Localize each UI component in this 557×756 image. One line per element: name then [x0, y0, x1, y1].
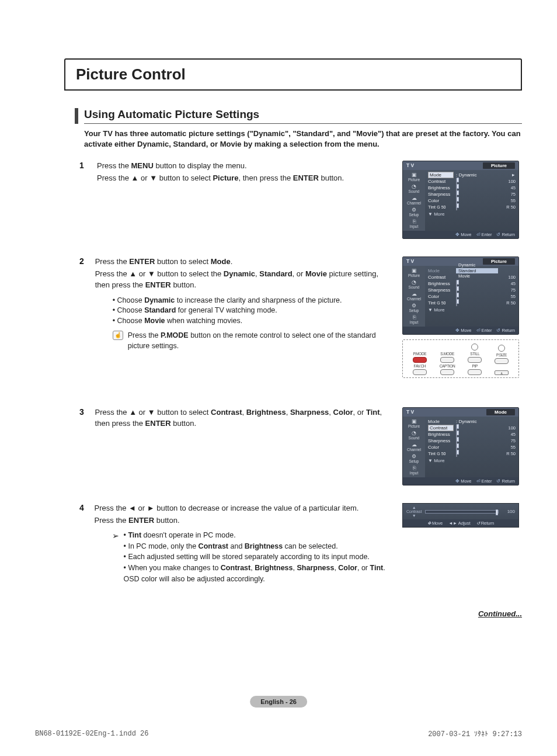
step-4-notes: ➢ • Tint doesn't operate in PC mode. • I…	[112, 530, 391, 585]
step-number: 1	[79, 161, 88, 185]
osd-sidebar: ▣Picture ◔Sound ☁Channel ⚙Setup ⎘Input	[403, 266, 425, 327]
remote-snippet: P.MODEFAV.CH S.MODECAPTION STILLPIP P.SI…	[402, 339, 519, 378]
print-date-label: 2007-03-21 ｿﾀﾈﾄ 9:27:13	[428, 730, 522, 738]
pmode-note: ☝ Press the P.MODE button on the remote …	[113, 331, 391, 351]
section-heading-box: Using Automatic Picture Settings	[75, 108, 522, 124]
page-number-label: English - 26	[250, 696, 307, 708]
contrast-slider-panel: ▲Contrast▼ 100 ✥ Move◄► Adjust↺ Return	[402, 503, 519, 528]
osd-mode-menu: T V Mode ▣Picture ◔Sound ☁Channel ⚙Setup…	[402, 407, 519, 485]
remote-hand-icon: ☝	[113, 331, 123, 340]
picture-icon: ▣	[404, 172, 424, 178]
setup-icon: ⚙	[404, 207, 424, 213]
step-number: 3	[79, 407, 86, 431]
step-1: 1 Press the MENU button to display the m…	[79, 161, 522, 244]
step-number: 4	[79, 503, 85, 584]
input-icon: ⎘	[404, 219, 424, 224]
section-intro: Your TV has three automatic picture sett…	[84, 129, 522, 149]
step-2-bullets: Choose Dynamic to increase the clarity a…	[113, 296, 391, 327]
osd-picture-menu-2: T V Picture ▣Picture ◔Sound ☁Channel ⚙Se…	[402, 256, 519, 335]
step-4: 4 Press the ◄ or ► button to decrease or…	[79, 503, 522, 585]
page-title: Picture Control	[76, 65, 510, 84]
sound-icon: ◔	[404, 184, 424, 189]
mode-dropdown: Dynamic Standard Movie	[456, 262, 498, 279]
note-arrow-icon: ➢	[112, 530, 119, 585]
print-file-label: BN68-01192E-02Eng-1.indd 26	[35, 730, 148, 738]
page-title-box: Picture Control	[64, 58, 522, 91]
step-3: 3 Press the ▲ or ▼ button to select Cont…	[79, 407, 522, 490]
continued-label: Continued...	[75, 609, 522, 618]
osd-picture-menu-1: T V Picture ▣Picture ◔Sound ☁Channel ⚙Se…	[402, 161, 519, 239]
step-2: 2 Press the ENTER button to select Mode.…	[79, 256, 522, 378]
osd-sidebar: ▣Picture ◔Sound ☁Channel ⚙Setup ⎘Input	[403, 170, 425, 231]
step-number: 2	[79, 256, 86, 351]
pmode-button-icon	[413, 357, 427, 363]
channel-icon: ☁	[404, 196, 424, 201]
print-footer: BN68-01192E-02Eng-1.indd 26 2007-03-21 ｿ…	[35, 730, 522, 738]
section-heading: Using Automatic Picture Settings	[84, 108, 522, 124]
